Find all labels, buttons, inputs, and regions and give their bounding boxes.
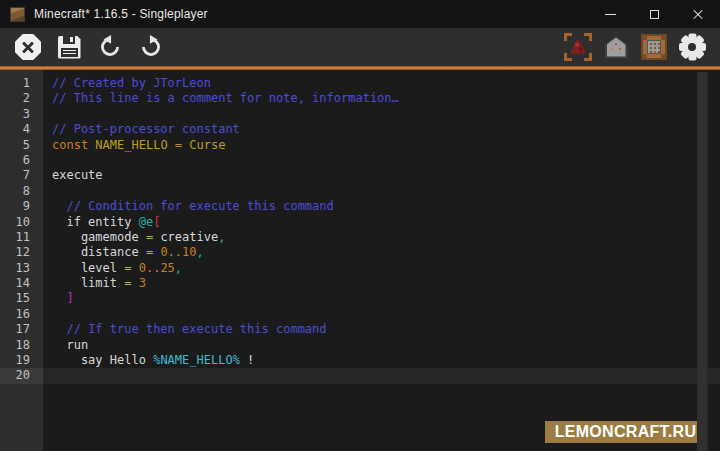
code-token	[52, 322, 66, 336]
code-token: if entity	[52, 215, 139, 229]
code-line[interactable]: if entity @e[	[43, 215, 720, 230]
code-token: 3	[139, 276, 146, 290]
redstone-select-button[interactable]	[562, 31, 594, 63]
editor-row: 18 run	[0, 338, 720, 353]
code-line[interactable]: // If true then execute this command	[43, 322, 720, 337]
titlebar: Minecraft* 1.16.5 - Singleplayer	[0, 0, 720, 28]
gear-icon	[679, 34, 706, 61]
watermark-badge: LEMONCRAFT.RU	[545, 421, 706, 443]
close-button[interactable]	[676, 0, 720, 28]
minecraft-app-icon	[10, 7, 25, 22]
code-token: distance	[52, 245, 146, 259]
line-number: 20	[0, 368, 43, 383]
line-number: 11	[0, 230, 43, 245]
line-number: 19	[0, 353, 43, 368]
code-token: level	[52, 261, 124, 275]
editor-row: 6	[0, 153, 720, 168]
code-token: NAME_HELLO	[95, 138, 167, 152]
code-token: gamemode	[52, 230, 146, 244]
toolbar-right-group	[562, 31, 708, 63]
code-token: 0..10	[160, 245, 196, 259]
code-token: execute	[52, 168, 103, 182]
floppy-save-icon	[58, 36, 81, 59]
redo-icon	[138, 34, 164, 60]
module-frame-icon	[641, 34, 667, 60]
code-token: =	[124, 261, 138, 275]
code-token: // This line is a comment for note, info…	[52, 91, 399, 105]
code-line[interactable]: say Hello %NAME_HELLO% !	[43, 353, 720, 368]
code-line[interactable]: execute	[43, 168, 720, 183]
scrollbar-thumb[interactable]	[698, 72, 707, 451]
line-number: 10	[0, 215, 43, 230]
settings-button[interactable]	[676, 31, 708, 63]
code-line[interactable]: ]	[43, 291, 720, 306]
minimize-button[interactable]	[588, 0, 632, 28]
code-token: !	[240, 353, 254, 367]
code-line[interactable]: distance = 0..10,	[43, 245, 720, 260]
code-token: limit	[52, 276, 124, 290]
code-token: 0..25	[139, 261, 175, 275]
line-number: 12	[0, 245, 43, 260]
code-line[interactable]: run	[43, 338, 720, 353]
code-token: =	[124, 276, 138, 290]
code-line[interactable]: // Created by JTorLeon	[43, 76, 720, 91]
line-number: 5	[0, 138, 43, 153]
home-structure-icon	[605, 36, 628, 59]
code-token: =	[146, 230, 160, 244]
code-token	[52, 199, 66, 213]
code-token: [	[153, 215, 160, 229]
close-icon	[692, 8, 704, 20]
structure-home-button[interactable]	[600, 31, 632, 63]
code-token: say Hello	[52, 353, 153, 367]
save-button[interactable]	[53, 31, 85, 63]
code-token: @e	[139, 215, 153, 229]
code-line[interactable]: // This line is a comment for note, info…	[43, 91, 720, 106]
line-number: 16	[0, 307, 43, 322]
code-line[interactable]	[43, 184, 720, 199]
redstone-selection-icon	[564, 33, 592, 61]
window-controls	[588, 0, 720, 28]
code-token: =	[146, 245, 160, 259]
code-line[interactable]	[43, 307, 720, 322]
line-number: 7	[0, 168, 43, 183]
maximize-button[interactable]	[632, 0, 676, 28]
module-frame-button[interactable]	[638, 31, 670, 63]
undo-button[interactable]	[94, 31, 126, 63]
line-number: 6	[0, 153, 43, 168]
code-line[interactable]: gamemode = creative,	[43, 230, 720, 245]
code-line[interactable]: // Post-processor constant	[43, 122, 720, 137]
editor-row: 8	[0, 184, 720, 199]
code-token: ,	[218, 230, 225, 244]
code-line[interactable]: // Condition for execute this command	[43, 199, 720, 214]
line-number: 14	[0, 276, 43, 291]
code-line[interactable]	[43, 153, 720, 168]
redo-button[interactable]	[135, 31, 167, 63]
editor-row: 12 distance = 0..10,	[0, 245, 720, 260]
toolbar	[0, 28, 720, 66]
line-number: 9	[0, 199, 43, 214]
close-file-button[interactable]	[12, 31, 44, 63]
line-number: 1	[0, 76, 43, 91]
editor-row: 3	[0, 107, 720, 122]
code-token: // Created by JTorLeon	[52, 76, 211, 90]
code-token: // If true then execute this command	[66, 322, 326, 336]
code-line[interactable]: const NAME_HELLO = Curse	[43, 138, 720, 153]
code-token	[168, 138, 175, 152]
code-line[interactable]	[43, 107, 720, 122]
code-line[interactable]: level = 0..25,	[43, 261, 720, 276]
code-editor[interactable]: 1// Created by JTorLeon2// This line is …	[0, 70, 720, 451]
editor-row: 14 limit = 3	[0, 276, 720, 291]
editor-row: 4// Post-processor constant	[0, 122, 720, 137]
vertical-scrollbar[interactable]	[697, 72, 708, 451]
code-token: ,	[175, 261, 182, 275]
code-line[interactable]	[43, 368, 720, 383]
editor-row: 17 // If true then execute this command	[0, 322, 720, 337]
editor-row: 5const NAME_HELLO = Curse	[0, 138, 720, 153]
code-token: creative	[160, 230, 218, 244]
code-token: ]	[66, 291, 73, 305]
editor-row: 15 ]	[0, 291, 720, 306]
code-line[interactable]: limit = 3	[43, 276, 720, 291]
window-title: Minecraft* 1.16.5 - Singleplayer	[34, 7, 208, 21]
editor-row: 11 gamemode = creative,	[0, 230, 720, 245]
code-token: run	[52, 338, 88, 352]
